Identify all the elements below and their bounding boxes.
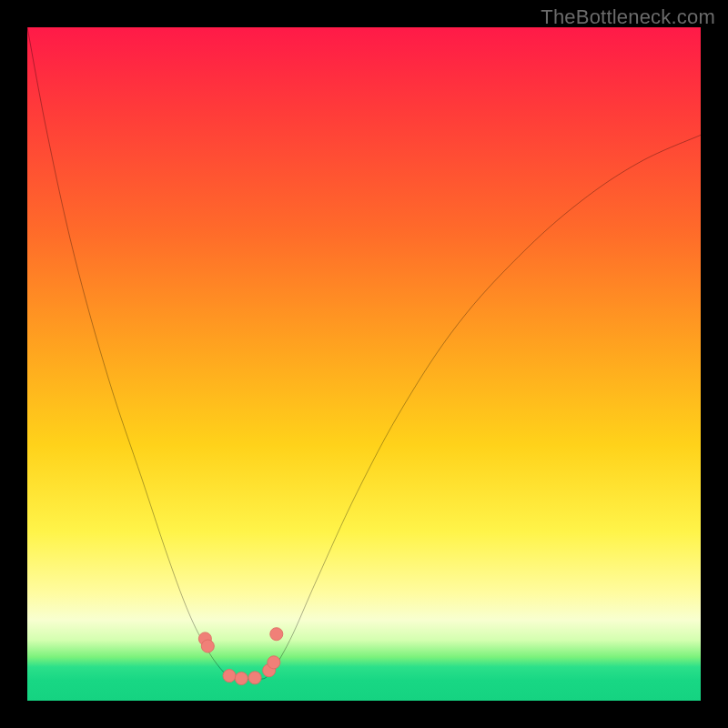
marker-dot <box>223 670 236 682</box>
plot-area <box>27 27 701 701</box>
marker-dot <box>248 672 261 684</box>
series-left-curve <box>27 27 239 679</box>
marker-dot <box>235 672 248 685</box>
series-right-curve <box>259 135 701 679</box>
series-group <box>27 27 701 679</box>
curve-layer <box>27 27 701 701</box>
watermark-text: TheBottleneck.com <box>541 5 715 29</box>
marker-dot <box>268 656 280 669</box>
chart-frame: TheBottleneck.com <box>0 0 728 728</box>
marker-dot <box>270 628 283 641</box>
marker-dot <box>201 640 214 652</box>
